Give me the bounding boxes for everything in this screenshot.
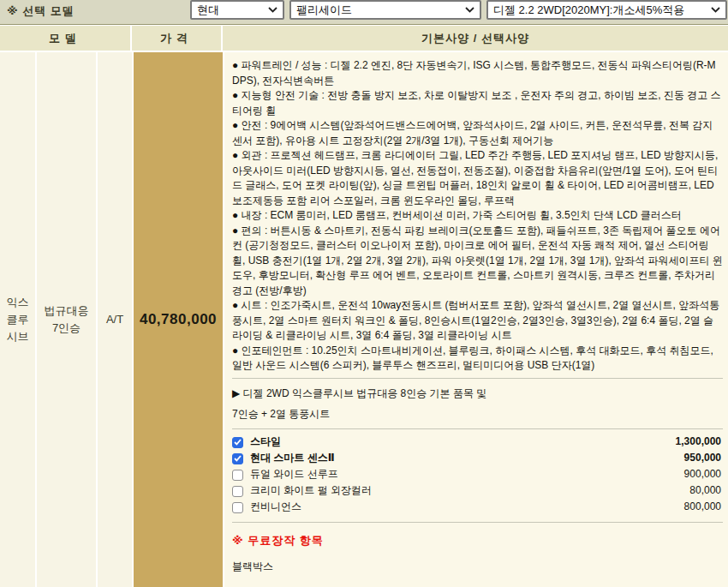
base-package-note: ▶ 디젤 2WD 익스클루시브 법규대응 8인승 기본 품목 및 7인승 + 2…	[232, 383, 723, 424]
model-select-value: 팰리세이드	[296, 3, 352, 18]
checkbox-icon[interactable]	[232, 486, 243, 497]
spec-paragraph: ● 파워트레인 / 성능 : 디젤 2.2 엔진, 8단 자동변속기, ISG …	[232, 58, 723, 88]
option-price: 950,000	[684, 451, 723, 466]
option-row-style[interactable]: 스타일 1,300,000	[232, 434, 723, 451]
option-row-sunroof[interactable]: 듀얼 와이드 선루프 900,000	[232, 467, 723, 483]
option-row-exterior-color[interactable]: 크리미 화이트 펄 외장컬러 80,000	[232, 483, 723, 500]
option-label: 크리미 화이트 펄 외장컬러	[250, 483, 689, 499]
brand-select[interactable]: 현대	[190, 0, 284, 20]
header-price: 가격	[132, 26, 221, 51]
option-label: 현대 스마트 센스Ⅱ	[250, 451, 684, 466]
free-item: 블랙박스	[232, 560, 723, 575]
trim-select-value: 디젤 2.2 2WD[2020MY]:개소세5%적용	[493, 3, 684, 18]
header-spec: 기본사양 / 선택사양	[223, 26, 728, 51]
model-select[interactable]: 팰리세이드	[289, 0, 481, 20]
checkbox-icon[interactable]	[232, 502, 243, 513]
model-select-bar: ※ 선택 모델 현대 팰리세이드 디젤 2.2 2WD[2020MY]:개소세5…	[0, 0, 728, 25]
chevron-down-icon	[268, 7, 277, 13]
price-cell: 40,780,000	[134, 52, 223, 587]
header-model: 모델	[0, 26, 130, 51]
option-row-smart-sense[interactable]: 현대 스마트 센스Ⅱ 950,000	[232, 451, 723, 467]
option-price: 1,300,000	[676, 434, 723, 450]
option-price: 800,000	[684, 500, 723, 515]
divider	[232, 428, 723, 429]
basic-spec-list: ● 파워트레인 / 성능 : 디젤 2.2 엔진, 8단 자동변속기, ISG …	[232, 58, 723, 374]
chevron-down-icon	[465, 7, 474, 13]
spec-paragraph: ● 내장 : ECM 룸미러, LED 룸램프, 컨버세이션 미러, 가죽 스티…	[232, 208, 723, 224]
option-list: 스타일 1,300,000 현대 스마트 센스Ⅱ 950,000 듀얼 와이드 …	[232, 434, 723, 518]
chevron-down-icon	[711, 7, 720, 13]
checkbox-icon[interactable]	[232, 470, 243, 481]
spec-paragraph: ● 안전 : 9에어백 시스템(앞좌석어드밴스드에어백, 앞좌석사이드, 2열 …	[232, 118, 723, 148]
divider	[232, 522, 723, 523]
option-label: 듀얼 와이드 선루프	[250, 467, 684, 482]
option-label: 컨비니언스	[250, 500, 684, 515]
checkbox-checked-icon[interactable]	[232, 453, 243, 464]
trim-name-cell: 익스 클루 시브	[0, 52, 35, 587]
free-items-title: ※ 무료장작 항목	[232, 533, 723, 548]
option-row-convenience[interactable]: 컨비니언스 800,000	[232, 500, 723, 516]
table-header: 모델 가격 기본사양 / 선택사양	[0, 26, 728, 51]
select-model-label: ※ 선택 모델	[7, 3, 75, 19]
variant-cell: 법규대응 7인승	[37, 52, 96, 587]
spec-paragraph: ● 외관 : 프로젝션 헤드램프, 크롬 라디에이터 그릴, LED 주간 주행…	[232, 148, 723, 208]
divider	[232, 378, 723, 379]
option-label: 스타일	[250, 434, 676, 450]
brand-select-value: 현대	[197, 3, 219, 18]
spec-cell: ● 파워트레인 / 성능 : 디젤 2.2 엔진, 8단 자동변속기, ISG …	[224, 52, 728, 587]
spec-paragraph: ● 인포테인먼트 : 10.25인치 스마트내비게이션, 블루링크, 하이패스 …	[232, 344, 723, 374]
spec-paragraph: ● 시트 : 인조가죽시트, 운전석 10way전동시트 (럼버서포트 포함),…	[232, 298, 723, 344]
option-price: 80,000	[689, 483, 723, 499]
table-row: 익스 클루 시브 법규대응 7인승 A/T 40,780,000 ● 파워트레인…	[0, 52, 728, 587]
spec-paragraph: ● 지능형 안전 기술 : 전방 충돌 방지 보조, 차로 이탈방지 보조 , …	[232, 88, 723, 118]
trim-select[interactable]: 디젤 2.2 2WD[2020MY]:개소세5%적용	[486, 0, 727, 20]
spec-paragraph: ● 편의 : 버튼시동 & 스마트키, 전동식 파킹 브레이크(오토홀드 포함)…	[232, 224, 723, 299]
checkbox-checked-icon[interactable]	[232, 437, 243, 448]
option-price: 900,000	[684, 467, 723, 482]
vehicle-config-screen: ※ 선택 모델 현대 팰리세이드 디젤 2.2 2WD[2020MY]:개소세5…	[0, 0, 728, 587]
transmission-cell: A/T	[98, 52, 132, 587]
